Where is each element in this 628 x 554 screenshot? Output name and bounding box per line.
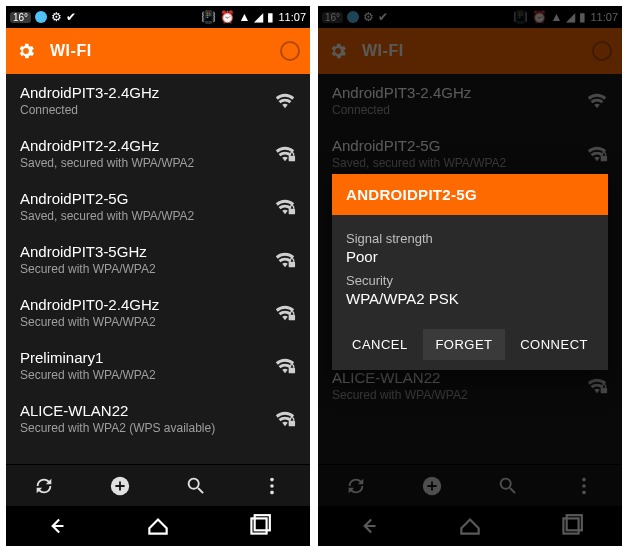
svg-rect-5 xyxy=(289,420,295,426)
svg-rect-2 xyxy=(289,261,295,267)
wifi-signal-icon: ▲ xyxy=(239,10,251,24)
toggle-indicator-icon[interactable] xyxy=(280,41,300,61)
wifi-icon xyxy=(274,143,296,165)
gear-icon: ⚙ xyxy=(363,10,374,24)
recent-button[interactable] xyxy=(246,513,272,539)
wifi-icon xyxy=(586,143,608,165)
vibrate-icon: 📳 xyxy=(201,10,216,24)
wifi-row[interactable]: AndroidPIT2-2.4GHzSaved, secured with WP… xyxy=(6,127,310,180)
back-button[interactable] xyxy=(44,513,70,539)
bottom-toolbar xyxy=(6,464,310,506)
battery-icon: ▮ xyxy=(579,10,586,24)
wifi-icon xyxy=(274,196,296,218)
phone-screen-left: 16° ⚙ ✔ 📳 ⏰ ▲ ◢ ▮ 11:07 WI-FI AndroidPIT… xyxy=(6,6,310,546)
wifi-ssid: AndroidPIT2-5G xyxy=(332,137,586,154)
vibrate-icon: 📳 xyxy=(513,10,528,24)
svg-rect-12 xyxy=(601,155,607,161)
wifi-icon xyxy=(274,90,296,112)
refresh-icon[interactable] xyxy=(345,475,367,497)
bottom-toolbar xyxy=(318,464,622,506)
wifi-icon xyxy=(586,90,608,112)
wifi-ssid: AndroidPIT2-2.4GHz xyxy=(20,137,274,154)
page-title: WI-FI xyxy=(362,42,404,60)
recent-button[interactable] xyxy=(558,513,584,539)
wifi-icon xyxy=(274,355,296,377)
wifi-row[interactable]: AndroidPIT2-5GSaved, secured with WPA/WP… xyxy=(318,127,622,180)
wifi-status: Connected xyxy=(20,103,274,117)
check-icon: ✔ xyxy=(66,10,76,24)
wifi-status: Connected xyxy=(332,103,586,117)
notification-icon xyxy=(35,11,47,23)
wifi-ssid: ALICE-WLAN22 xyxy=(20,402,274,419)
wifi-status: Saved, secured with WPA/WPA2 xyxy=(332,156,586,170)
temperature-badge: 16° xyxy=(322,12,343,23)
overflow-icon[interactable] xyxy=(573,475,595,497)
svg-point-17 xyxy=(582,484,586,488)
app-bar: WI-FI xyxy=(6,28,310,74)
wifi-ssid: ALICE-WLAN22 xyxy=(332,369,586,386)
network-dialog: ANDROIDPIT2-5G Signal strength Poor Secu… xyxy=(332,174,608,370)
wifi-ssid: AndroidPIT0-2.4GHz xyxy=(20,296,274,313)
toggle-indicator-icon[interactable] xyxy=(592,41,612,61)
add-icon[interactable] xyxy=(109,475,131,497)
cell-signal-icon: ◢ xyxy=(566,10,575,24)
wifi-ssid: AndroidPIT3-2.4GHz xyxy=(20,84,274,101)
svg-point-8 xyxy=(270,484,274,488)
svg-rect-14 xyxy=(601,387,607,393)
notification-icon xyxy=(347,11,359,23)
wifi-row[interactable]: AndroidPIT3-5GHzSecured with WPA/WPA2 xyxy=(6,233,310,286)
svg-point-7 xyxy=(270,477,274,481)
svg-point-16 xyxy=(582,477,586,481)
wifi-list[interactable]: AndroidPIT3-2.4GHzConnectedAndroidPIT2-2… xyxy=(6,74,310,464)
wifi-ssid: AndroidPIT2-5G xyxy=(20,190,274,207)
wifi-status: Secured with WPA/WPA2 xyxy=(20,315,274,329)
page-title: WI-FI xyxy=(50,42,92,60)
status-bar: 16° ⚙ ✔ 📳 ⏰ ▲ ◢ ▮ 11:07 xyxy=(318,6,622,28)
svg-rect-1 xyxy=(289,208,295,214)
wifi-icon xyxy=(274,408,296,430)
search-icon[interactable] xyxy=(497,475,519,497)
wifi-row[interactable]: Preliminary1Secured with WPA/WPA2 xyxy=(6,339,310,392)
nav-bar xyxy=(318,506,622,546)
overflow-icon[interactable] xyxy=(261,475,283,497)
add-icon[interactable] xyxy=(421,475,443,497)
svg-point-9 xyxy=(270,490,274,494)
wifi-status: Secured with WPA/WPA2 xyxy=(20,262,274,276)
settings-icon[interactable] xyxy=(16,41,36,61)
wifi-status: Secured with WPA/WPA2 xyxy=(20,368,274,382)
dialog-title: ANDROIDPIT2-5G xyxy=(332,174,608,215)
search-icon[interactable] xyxy=(185,475,207,497)
wifi-row[interactable]: AndroidPIT2-5GSaved, secured with WPA/WP… xyxy=(6,180,310,233)
signal-strength-label: Signal strength xyxy=(346,231,594,246)
connect-button[interactable]: CONNECT xyxy=(508,329,600,360)
back-button[interactable] xyxy=(356,513,382,539)
wifi-ssid: AndroidPIT3-2.4GHz xyxy=(332,84,586,101)
wifi-row[interactable]: AndroidPIT0-2.4GHzSecured with WPA/WPA2 xyxy=(6,286,310,339)
security-label: Security xyxy=(346,273,594,288)
svg-rect-0 xyxy=(289,155,295,161)
clock: 11:07 xyxy=(278,11,306,23)
wifi-icon xyxy=(274,302,296,324)
wifi-row[interactable]: ALICE-WLAN22Secured with WPA2 (WPS avail… xyxy=(6,392,310,445)
svg-rect-4 xyxy=(289,367,295,373)
wifi-signal-icon: ▲ xyxy=(551,10,563,24)
alarm-icon: ⏰ xyxy=(220,10,235,24)
svg-point-18 xyxy=(582,490,586,494)
wifi-icon xyxy=(586,375,608,397)
temperature-badge: 16° xyxy=(10,12,31,23)
phone-screen-right: 16° ⚙ ✔ 📳 ⏰ ▲ ◢ ▮ 11:07 WI-FI AndroidPIT… xyxy=(318,6,622,546)
home-button[interactable] xyxy=(457,513,483,539)
cell-signal-icon: ◢ xyxy=(254,10,263,24)
wifi-row[interactable]: AndroidPIT3-2.4GHzConnected xyxy=(318,74,622,127)
settings-icon[interactable] xyxy=(328,41,348,61)
wifi-status: Secured with WPA2 (WPS available) xyxy=(20,421,274,435)
forget-button[interactable]: FORGET xyxy=(423,329,504,360)
home-button[interactable] xyxy=(145,513,171,539)
refresh-icon[interactable] xyxy=(33,475,55,497)
svg-rect-3 xyxy=(289,314,295,320)
status-bar: 16° ⚙ ✔ 📳 ⏰ ▲ ◢ ▮ 11:07 xyxy=(6,6,310,28)
security-value: WPA/WPA2 PSK xyxy=(346,290,594,307)
wifi-row[interactable]: AndroidPIT3-2.4GHzConnected xyxy=(6,74,310,127)
wifi-ssid: Preliminary1 xyxy=(20,349,274,366)
cancel-button[interactable]: CANCEL xyxy=(340,329,420,360)
